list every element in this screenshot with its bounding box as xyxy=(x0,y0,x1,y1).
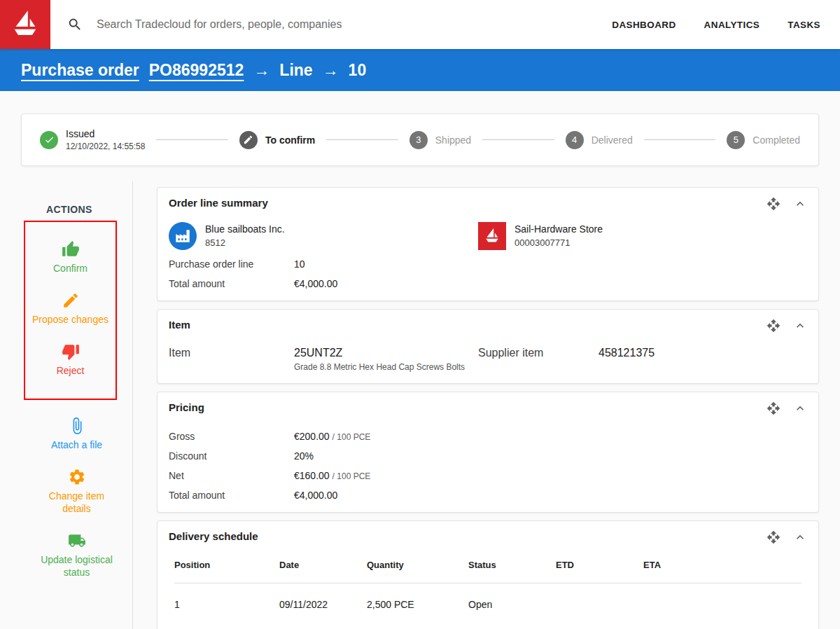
move-icon[interactable] xyxy=(766,401,780,415)
search-icon[interactable] xyxy=(67,17,83,32)
summary-row: Total amount €4,000.00 xyxy=(169,278,807,289)
step-connector xyxy=(156,139,228,140)
breadcrumb-order-id: PO86992512 xyxy=(149,61,244,80)
top-navigation: DASHBOARD ANALYTICS TASKS xyxy=(612,20,820,30)
card-title: Order line summary xyxy=(169,197,268,209)
table-header-cell: Status xyxy=(468,560,556,570)
supplier-item-label: Supplier item xyxy=(478,347,598,372)
step-number: 3 xyxy=(410,131,428,149)
actions-sidebar: ACTIONS Confirm Propose changes Reject xyxy=(21,181,133,629)
card-title: Delivery schedule xyxy=(169,530,258,542)
row-value: €4,000.00 xyxy=(294,278,337,289)
order-line-summary-card: Order line summary xyxy=(157,187,819,301)
supplier-company: Sail-Hardware Store 00003007771 xyxy=(478,222,788,250)
move-icon[interactable] xyxy=(766,530,780,544)
buyer-company: Blue sailboats Inc. 8512 xyxy=(169,222,478,250)
pricing-row: Gross €200.00 / 100 PCE xyxy=(169,431,807,442)
pricing-row: Net €160.00 / 100 PCE xyxy=(169,470,807,481)
arrow-icon: → xyxy=(253,61,270,80)
collapse-icon[interactable] xyxy=(793,197,807,211)
main-column: Order line summary xyxy=(157,181,819,629)
delivery-schedule-table: Position Date Quantity Status ETD ETA 1 … xyxy=(158,548,818,629)
row-label: Total amount xyxy=(169,278,294,289)
pricing-row: Total amount €4,000.00 xyxy=(169,490,807,501)
card-title: Pricing xyxy=(169,401,204,413)
actions-heading: ACTIONS xyxy=(46,204,132,215)
reject-label: Reject xyxy=(57,364,85,377)
card-title: Item xyxy=(169,319,190,331)
gear-icon xyxy=(68,468,86,486)
pencil-icon xyxy=(239,131,258,149)
highlight-box: Confirm Propose changes Reject xyxy=(24,221,117,400)
table-cell xyxy=(556,599,643,610)
attach-file-button[interactable]: Attach a file xyxy=(21,417,132,451)
change-item-details-label: Change item details xyxy=(35,490,119,515)
item-label: Item xyxy=(169,347,294,372)
item-code: 25UNT2Z xyxy=(294,347,473,359)
update-logistical-status-button[interactable]: Update logistical status xyxy=(21,532,132,579)
order-status-stepper: Issued 12/10/2022, 14:55:58 To confirm 3… xyxy=(21,113,819,166)
attach-file-label: Attach a file xyxy=(51,438,102,451)
step-label: To confirm xyxy=(265,134,315,146)
step-number: 4 xyxy=(566,131,584,149)
confirm-button[interactable]: Confirm xyxy=(25,240,115,275)
table-cell xyxy=(643,599,802,610)
row-unit: / 100 PCE xyxy=(332,432,371,442)
change-item-details-button[interactable]: Change item details xyxy=(21,468,132,515)
step-label: Completed xyxy=(752,134,800,146)
step-number: 5 xyxy=(727,131,745,149)
move-icon[interactable] xyxy=(766,197,780,211)
breadcrumb-order-link[interactable]: Purchase order PO86992512 xyxy=(21,61,244,80)
propose-changes-button[interactable]: Propose changes xyxy=(25,291,115,326)
propose-changes-label: Propose changes xyxy=(32,313,108,326)
row-label: Net xyxy=(169,470,294,481)
row-label: Gross xyxy=(169,431,294,442)
step-connector xyxy=(326,139,398,140)
row-value: €4,000.00 xyxy=(294,490,337,501)
thumb-down-icon xyxy=(62,343,80,361)
paperclip-icon xyxy=(68,417,86,435)
step-timestamp: 12/10/2022, 14:55:58 xyxy=(66,141,145,151)
table-cell: 09/11/2022 xyxy=(279,599,367,610)
breadcrumb-title: Purchase order xyxy=(21,61,139,80)
nav-analytics[interactable]: ANALYTICS xyxy=(704,20,760,30)
pricing-row: Discount 20% xyxy=(169,450,807,462)
item-card: Item Item 25UNT2Z Grade 8 xyxy=(157,309,819,384)
row-label: Purchase order line xyxy=(169,258,294,270)
nav-tasks[interactable]: TASKS xyxy=(788,20,820,30)
factory-icon xyxy=(169,222,197,250)
nav-dashboard[interactable]: DASHBOARD xyxy=(612,20,676,30)
check-icon xyxy=(40,131,58,149)
step-label: Delivered xyxy=(592,134,633,146)
breadcrumb-bar: Purchase order PO86992512 → Line → 10 xyxy=(0,49,840,91)
step-completed: 5 Completed xyxy=(727,131,800,149)
top-bar: DASHBOARD ANALYTICS TASKS xyxy=(0,0,840,49)
table-header-cell: Date xyxy=(279,560,367,570)
collapse-icon[interactable] xyxy=(793,319,807,333)
table-header-cell: ETA xyxy=(643,560,802,570)
step-shipped: 3 Shipped xyxy=(410,131,471,149)
move-icon[interactable] xyxy=(766,319,780,333)
truck-icon xyxy=(68,532,86,550)
supplier-item-value: 458121375 xyxy=(598,347,654,372)
sailboat-icon xyxy=(478,222,506,250)
collapse-icon[interactable] xyxy=(793,401,807,415)
reject-button[interactable]: Reject xyxy=(25,343,115,377)
content-area: ACTIONS Confirm Propose changes Reject xyxy=(0,181,840,629)
search-input[interactable] xyxy=(97,18,461,31)
step-label: Shipped xyxy=(435,134,471,146)
search-bar xyxy=(67,17,612,32)
buyer-code: 8512 xyxy=(205,237,285,248)
pencil-icon xyxy=(62,291,80,310)
delivery-schedule-card: Delivery schedule Position Date Quantity… xyxy=(157,520,819,629)
buyer-name: Blue sailboats Inc. xyxy=(205,223,285,235)
table-header-cell: Quantity xyxy=(367,560,468,570)
row-value: 10 xyxy=(294,258,305,270)
step-to-confirm: To confirm xyxy=(239,131,315,149)
step-connector xyxy=(644,139,716,140)
row-unit: / 100 PCE xyxy=(332,471,371,481)
collapse-icon[interactable] xyxy=(793,530,807,544)
row-label: Discount xyxy=(169,450,294,462)
app-logo[interactable] xyxy=(0,0,50,49)
supplier-code: 00003007771 xyxy=(514,237,603,248)
